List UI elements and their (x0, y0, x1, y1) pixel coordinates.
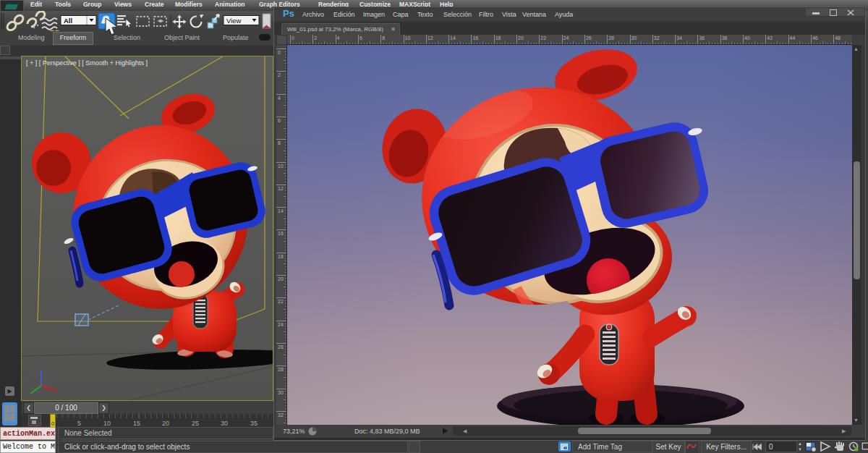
svg-text:All: All (64, 17, 72, 25)
svg-text:View: View (226, 17, 242, 25)
